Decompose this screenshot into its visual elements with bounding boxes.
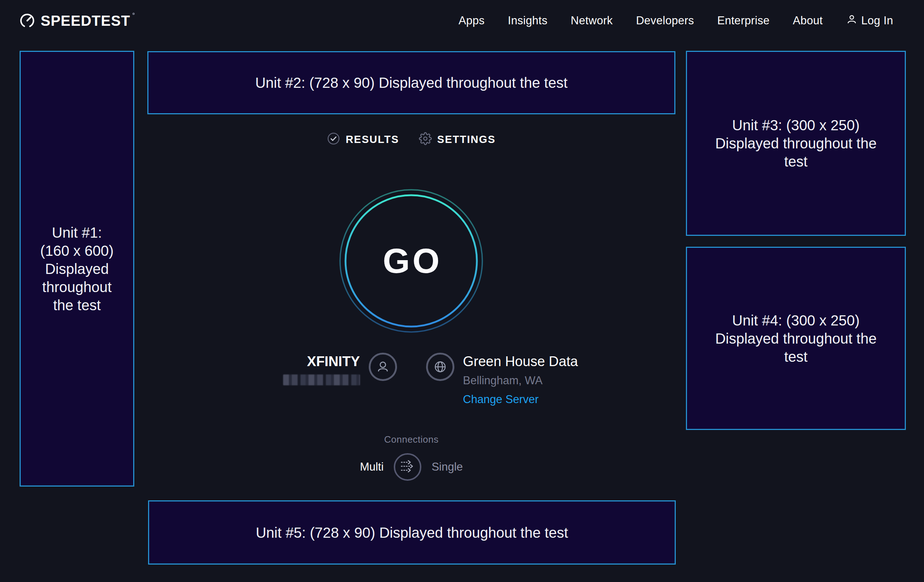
connections-label: Connections <box>384 434 439 445</box>
trademark-mark <box>132 13 135 15</box>
ad-unit-5-label: Unit #5: (728 x 90) Displayed throughout… <box>256 524 568 542</box>
tab-settings-label: SETTINGS <box>437 134 496 145</box>
connection-meta-row: XFINITY Green House Data Bellin <box>147 353 675 406</box>
nav-item-enterprise[interactable]: Enterprise <box>717 14 769 27</box>
gear-icon <box>419 132 432 147</box>
nav-item-developers[interactable]: Developers <box>636 14 694 27</box>
connections-toggle[interactable] <box>394 453 421 481</box>
ad-unit-3-label: Unit #3: (300 x 250) Displayed throughou… <box>713 116 878 171</box>
ad-unit-4-label: Unit #4: (300 x 250) Displayed throughou… <box>713 311 878 366</box>
ad-unit-3[interactable]: Unit #3: (300 x 250) Displayed throughou… <box>686 51 906 236</box>
server-name: Green House Data <box>463 353 578 369</box>
globe-icon <box>426 353 454 381</box>
ad-unit-1[interactable]: Unit #1: (160 x 600) Displayed throughou… <box>20 51 134 486</box>
multi-arrows-icon <box>400 459 415 475</box>
nav-item-insights[interactable]: Insights <box>508 14 547 27</box>
tab-settings[interactable]: SETTINGS <box>419 132 496 147</box>
isp-user-icon <box>369 353 397 381</box>
tab-results-label: RESULTS <box>345 134 399 145</box>
user-icon <box>846 13 858 28</box>
gauge-icon <box>19 12 36 29</box>
check-circle-icon <box>327 132 340 147</box>
login-button[interactable]: Log In <box>846 13 893 28</box>
speedtest-page: SPEEDTEST Apps Insights Network Develope… <box>0 0 924 582</box>
server-location: Bellingham, WA <box>463 374 578 387</box>
top-nav: SPEEDTEST Apps Insights Network Develope… <box>0 0 924 41</box>
ad-unit-2[interactable]: Unit #2: (728 x 90) Displayed throughout… <box>147 51 675 114</box>
isp-ip-redacted <box>283 374 360 385</box>
go-button[interactable]: GO <box>338 188 484 333</box>
ad-unit-5[interactable]: Unit #5: (728 x 90) Displayed throughout… <box>148 500 676 565</box>
connections-single-option[interactable]: Single <box>432 460 463 473</box>
change-server-link[interactable]: Change Server <box>463 393 539 406</box>
ad-unit-1-label: Unit #1: (160 x 600) Displayed throughou… <box>39 224 115 314</box>
nav-item-apps[interactable]: Apps <box>459 14 485 27</box>
ad-unit-2-label: Unit #2: (728 x 90) Displayed throughout… <box>255 74 568 92</box>
go-button-label: GO <box>338 188 484 333</box>
ad-unit-4[interactable]: Unit #4: (300 x 250) Displayed throughou… <box>686 247 906 430</box>
nav-links: Apps Insights Network Developers Enterpr… <box>459 13 893 28</box>
connections-multi-option[interactable]: Multi <box>360 460 384 473</box>
tab-results[interactable]: RESULTS <box>327 132 399 147</box>
nav-item-network[interactable]: Network <box>571 14 613 27</box>
nav-item-about[interactable]: About <box>793 14 823 27</box>
server-block: Green House Data Bellingham, WA Change S… <box>412 353 676 406</box>
speedtest-logo[interactable]: SPEEDTEST <box>19 12 130 29</box>
view-tabs: RESULTS SETTINGS <box>147 130 675 149</box>
logo-wordmark: SPEEDTEST <box>41 13 130 28</box>
isp-name: XFINITY <box>283 353 360 369</box>
connections-section: Connections Multi Single <box>147 434 675 481</box>
isp-block: XFINITY <box>147 353 412 406</box>
